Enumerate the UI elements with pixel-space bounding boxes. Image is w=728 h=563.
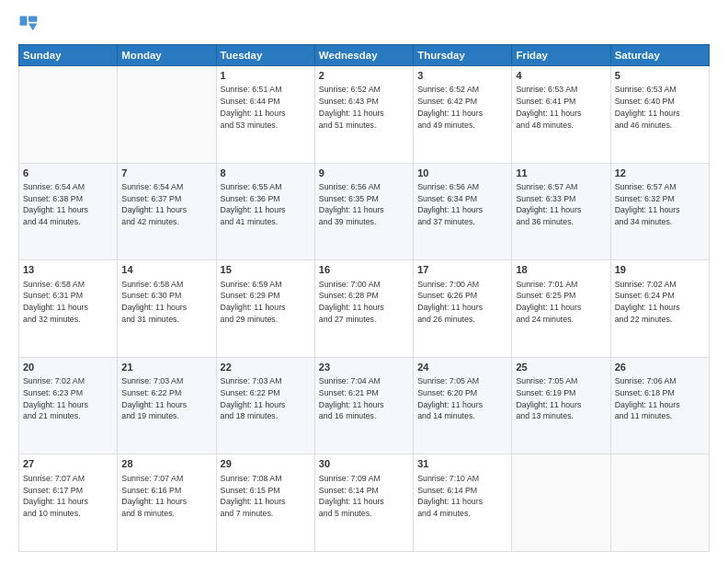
day-info: Sunrise: 7:02 AM Sunset: 6:23 PM Dayligh… xyxy=(23,375,113,422)
day-info: Sunrise: 6:58 AM Sunset: 6:31 PM Dayligh… xyxy=(23,279,113,326)
calendar-cell: 24Sunrise: 7:05 AM Sunset: 6:20 PM Dayli… xyxy=(414,357,512,454)
calendar-cell: 13Sunrise: 6:58 AM Sunset: 6:31 PM Dayli… xyxy=(19,260,118,358)
calendar-cell: 8Sunrise: 6:55 AM Sunset: 6:36 PM Daylig… xyxy=(216,163,314,260)
calendar-cell: 29Sunrise: 7:08 AM Sunset: 6:15 PM Dayli… xyxy=(216,454,314,552)
calendar-cell: 1Sunrise: 6:51 AM Sunset: 6:44 PM Daylig… xyxy=(216,66,314,164)
calendar-cell: 2Sunrise: 6:52 AM Sunset: 6:43 PM Daylig… xyxy=(314,66,413,164)
day-number: 31 xyxy=(417,457,507,471)
page: SundayMondayTuesdayWednesdayThursdayFrid… xyxy=(0,0,728,563)
calendar-cell: 23Sunrise: 7:04 AM Sunset: 6:21 PM Dayli… xyxy=(314,357,413,454)
week-row-5: 27Sunrise: 7:07 AM Sunset: 6:17 PM Dayli… xyxy=(19,454,710,552)
calendar-cell: 12Sunrise: 6:57 AM Sunset: 6:32 PM Dayli… xyxy=(610,163,709,260)
calendar-cell xyxy=(512,454,610,552)
day-number: 4 xyxy=(516,69,606,83)
calendar-cell xyxy=(118,66,216,164)
day-number: 18 xyxy=(516,263,606,277)
day-number: 28 xyxy=(121,457,211,471)
calendar-cell: 27Sunrise: 7:07 AM Sunset: 6:17 PM Dayli… xyxy=(19,454,118,552)
calendar-cell: 11Sunrise: 6:57 AM Sunset: 6:33 PM Dayli… xyxy=(512,163,610,260)
day-info: Sunrise: 7:00 AM Sunset: 6:28 PM Dayligh… xyxy=(319,279,409,326)
day-number: 21 xyxy=(121,361,211,374)
calendar-cell: 25Sunrise: 7:05 AM Sunset: 6:19 PM Dayli… xyxy=(512,357,610,454)
calendar-cell: 5Sunrise: 6:53 AM Sunset: 6:40 PM Daylig… xyxy=(610,66,709,164)
day-number: 8 xyxy=(221,167,311,180)
header xyxy=(18,15,710,35)
day-number: 9 xyxy=(319,167,409,180)
week-row-3: 13Sunrise: 6:58 AM Sunset: 6:31 PM Dayli… xyxy=(19,260,710,358)
day-number: 11 xyxy=(516,167,606,180)
day-info: Sunrise: 7:04 AM Sunset: 6:21 PM Dayligh… xyxy=(319,375,409,422)
calendar-cell: 17Sunrise: 7:00 AM Sunset: 6:26 PM Dayli… xyxy=(414,260,512,358)
day-number: 1 xyxy=(221,69,311,83)
day-number: 19 xyxy=(615,263,705,277)
day-number: 27 xyxy=(23,457,113,471)
weekday-header-sunday: Sunday xyxy=(19,45,118,66)
weekday-header-friday: Friday xyxy=(512,45,610,66)
day-info: Sunrise: 7:03 AM Sunset: 6:22 PM Dayligh… xyxy=(221,375,311,422)
logo-icon xyxy=(18,15,39,35)
calendar-cell xyxy=(610,454,709,552)
week-row-4: 20Sunrise: 7:02 AM Sunset: 6:23 PM Dayli… xyxy=(19,357,710,454)
day-info: Sunrise: 6:59 AM Sunset: 6:29 PM Dayligh… xyxy=(221,279,311,326)
day-info: Sunrise: 6:55 AM Sunset: 6:36 PM Dayligh… xyxy=(221,181,311,228)
weekday-header-saturday: Saturday xyxy=(610,45,709,66)
calendar-cell: 3Sunrise: 6:52 AM Sunset: 6:42 PM Daylig… xyxy=(414,66,512,164)
weekday-header-row: SundayMondayTuesdayWednesdayThursdayFrid… xyxy=(19,45,710,66)
day-number: 22 xyxy=(221,361,311,374)
svg-rect-0 xyxy=(20,17,28,26)
day-number: 13 xyxy=(23,263,113,277)
day-info: Sunrise: 7:08 AM Sunset: 6:15 PM Dayligh… xyxy=(221,473,311,520)
day-info: Sunrise: 7:09 AM Sunset: 6:14 PM Dayligh… xyxy=(319,473,409,520)
day-info: Sunrise: 6:56 AM Sunset: 6:35 PM Dayligh… xyxy=(319,181,409,228)
weekday-header-thursday: Thursday xyxy=(414,45,512,66)
day-number: 7 xyxy=(121,167,211,180)
day-number: 20 xyxy=(23,361,113,374)
day-info: Sunrise: 7:00 AM Sunset: 6:26 PM Dayligh… xyxy=(417,279,507,326)
calendar-cell: 10Sunrise: 6:56 AM Sunset: 6:34 PM Dayli… xyxy=(414,163,512,260)
calendar-cell: 18Sunrise: 7:01 AM Sunset: 6:25 PM Dayli… xyxy=(512,260,610,358)
calendar-cell: 16Sunrise: 7:00 AM Sunset: 6:28 PM Dayli… xyxy=(314,260,413,358)
day-info: Sunrise: 7:01 AM Sunset: 6:25 PM Dayligh… xyxy=(516,279,606,326)
day-info: Sunrise: 7:07 AM Sunset: 6:16 PM Dayligh… xyxy=(121,473,211,520)
day-number: 24 xyxy=(417,361,507,374)
calendar-cell: 19Sunrise: 7:02 AM Sunset: 6:24 PM Dayli… xyxy=(610,260,709,358)
svg-rect-1 xyxy=(28,17,37,22)
day-info: Sunrise: 7:07 AM Sunset: 6:17 PM Dayligh… xyxy=(23,473,113,520)
calendar-cell: 20Sunrise: 7:02 AM Sunset: 6:23 PM Dayli… xyxy=(19,357,118,454)
day-info: Sunrise: 6:52 AM Sunset: 6:42 PM Dayligh… xyxy=(417,84,507,131)
day-number: 12 xyxy=(615,167,705,180)
day-number: 2 xyxy=(319,69,409,83)
day-info: Sunrise: 6:53 AM Sunset: 6:41 PM Dayligh… xyxy=(516,84,606,131)
day-number: 23 xyxy=(319,361,409,374)
calendar-cell: 31Sunrise: 7:10 AM Sunset: 6:14 PM Dayli… xyxy=(414,454,512,552)
day-number: 5 xyxy=(615,69,705,83)
calendar-cell: 4Sunrise: 6:53 AM Sunset: 6:41 PM Daylig… xyxy=(512,66,610,164)
day-info: Sunrise: 6:52 AM Sunset: 6:43 PM Dayligh… xyxy=(319,84,409,131)
day-number: 10 xyxy=(417,167,507,180)
day-number: 29 xyxy=(221,457,311,471)
calendar-cell: 15Sunrise: 6:59 AM Sunset: 6:29 PM Dayli… xyxy=(216,260,314,358)
day-info: Sunrise: 6:51 AM Sunset: 6:44 PM Dayligh… xyxy=(221,84,311,131)
day-info: Sunrise: 7:05 AM Sunset: 6:20 PM Dayligh… xyxy=(417,375,507,422)
day-number: 15 xyxy=(221,263,311,277)
calendar-cell: 7Sunrise: 6:54 AM Sunset: 6:37 PM Daylig… xyxy=(118,163,216,260)
day-info: Sunrise: 6:57 AM Sunset: 6:32 PM Dayligh… xyxy=(615,181,705,228)
day-number: 25 xyxy=(516,361,606,374)
calendar-table: SundayMondayTuesdayWednesdayThursdayFrid… xyxy=(18,44,710,552)
calendar-cell: 28Sunrise: 7:07 AM Sunset: 6:16 PM Dayli… xyxy=(118,454,216,552)
day-info: Sunrise: 6:57 AM Sunset: 6:33 PM Dayligh… xyxy=(516,181,606,228)
day-number: 26 xyxy=(615,361,705,374)
day-info: Sunrise: 6:53 AM Sunset: 6:40 PM Dayligh… xyxy=(615,84,705,131)
calendar-cell xyxy=(19,66,118,164)
day-info: Sunrise: 7:10 AM Sunset: 6:14 PM Dayligh… xyxy=(417,473,507,520)
day-info: Sunrise: 6:58 AM Sunset: 6:30 PM Dayligh… xyxy=(121,279,211,326)
calendar-cell: 9Sunrise: 6:56 AM Sunset: 6:35 PM Daylig… xyxy=(314,163,413,260)
week-row-1: 1Sunrise: 6:51 AM Sunset: 6:44 PM Daylig… xyxy=(19,66,710,164)
day-info: Sunrise: 6:54 AM Sunset: 6:37 PM Dayligh… xyxy=(121,181,211,228)
calendar-cell: 22Sunrise: 7:03 AM Sunset: 6:22 PM Dayli… xyxy=(216,357,314,454)
logo xyxy=(18,15,42,35)
weekday-header-monday: Monday xyxy=(118,45,216,66)
day-number: 16 xyxy=(319,263,409,277)
calendar-cell: 21Sunrise: 7:03 AM Sunset: 6:22 PM Dayli… xyxy=(118,357,216,454)
day-info: Sunrise: 7:03 AM Sunset: 6:22 PM Dayligh… xyxy=(121,375,211,422)
